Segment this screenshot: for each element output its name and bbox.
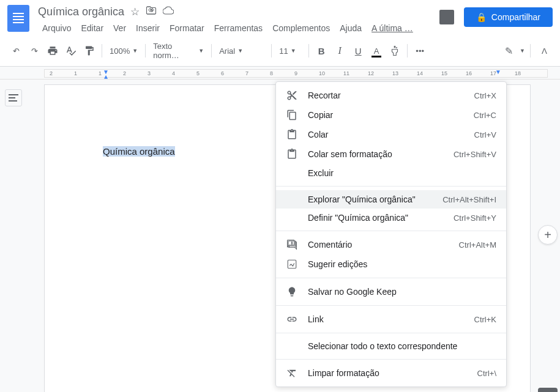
zoom-dropdown[interactable]: 100% ▼ [106, 44, 141, 58]
comments-icon[interactable] [439, 10, 454, 24]
last-edit-link[interactable]: A última … [367, 21, 417, 35]
suggest-icon [286, 259, 298, 270]
paint-format-button[interactable] [81, 42, 98, 59]
context-item-shortcut: Ctrl+Shift+V [454, 150, 496, 159]
context-item-shortcut: Ctrl+K [474, 315, 496, 324]
print-button[interactable] [44, 42, 61, 59]
ruler-tick: 4 [172, 70, 175, 76]
editing-mode-button[interactable]: ✎ [500, 42, 517, 59]
context-item-label: Copiar [308, 110, 474, 120]
move-folder-icon[interactable] [146, 5, 157, 19]
context-item[interactable]: CopiarCtrl+C [276, 105, 506, 125]
fontsize-dropdown[interactable]: 11 ▼ [275, 44, 305, 58]
context-item-shortcut: Ctrl+C [474, 111, 496, 120]
ruler-tick: 11 [343, 70, 349, 76]
ruler-tick: 17 [490, 70, 496, 76]
redo-button[interactable]: ↷ [26, 42, 43, 59]
docs-logo[interactable] [7, 5, 29, 32]
caret-down-icon: ▼ [291, 48, 296, 54]
context-item-label: Sugerir edições [308, 259, 496, 269]
context-item[interactable]: RecortarCtrl+X [276, 86, 506, 105]
ruler-tick: 8 [270, 70, 273, 76]
font-dropdown[interactable]: Arial ▼ [215, 44, 267, 58]
menu-edit[interactable]: Editar [77, 21, 108, 35]
context-item-shortcut: Ctrl+Alt+M [459, 240, 496, 250]
outline-toggle[interactable] [5, 89, 22, 106]
ruler-tick: 2 [123, 70, 126, 76]
context-item-label: Colar sem formatação [308, 149, 454, 159]
menu-help[interactable]: Ajuda [335, 21, 366, 35]
caret-down-icon: ▼ [198, 48, 204, 54]
cut-icon [286, 90, 298, 101]
context-item[interactable]: Excluir [276, 164, 506, 182]
menu-view[interactable]: Ver [109, 21, 130, 35]
ruler-tick: 1 [74, 70, 77, 76]
share-label: Compartilhar [491, 12, 540, 22]
ruler[interactable]: ▼ ▼ ▼ 21123456789101112131415161718 [44, 69, 548, 78]
context-item-label: Excluir [308, 168, 496, 178]
underline-button[interactable]: U [349, 42, 367, 59]
explore-fab[interactable]: ✦ [538, 388, 558, 392]
context-item-shortcut: Ctrl+Shift+Y [454, 213, 496, 223]
menu-file[interactable]: Arquivo [38, 21, 75, 35]
caret-down-icon: ▼ [132, 48, 138, 54]
link-icon [286, 314, 298, 325]
paste-icon [286, 129, 298, 140]
share-button[interactable]: 🔒 Compartilhar [464, 7, 553, 27]
context-item-shortcut: Ctrl+V [474, 130, 496, 139]
undo-button[interactable]: ↶ [7, 42, 24, 59]
lock-icon: 🔒 [476, 12, 487, 22]
context-menu: RecortarCtrl+XCopiarCtrl+CColarCtrl+VCol… [275, 81, 507, 387]
ruler-tick: 5 [196, 70, 200, 76]
menu-format[interactable]: Formatar [165, 21, 209, 35]
text-color-button[interactable]: A [368, 42, 385, 59]
caret-down-icon: ▼ [520, 48, 525, 54]
context-item[interactable]: Definir "Química orgânica"Ctrl+Shift+Y [276, 209, 506, 227]
context-item[interactable]: LinkCtrl+K [276, 309, 506, 329]
menu-tools[interactable]: Ferramentas [210, 21, 267, 35]
context-item[interactable]: ComentárioCtrl+Alt+M [276, 235, 506, 254]
context-separator [276, 186, 506, 187]
context-item[interactable]: Limpar formataçãoCtrl+\ [276, 363, 506, 383]
context-item[interactable]: Selecionar todo o texto correspondente [276, 337, 506, 355]
ruler-tick: 3 [147, 70, 151, 76]
keep-icon [286, 286, 298, 297]
menu-bar: Arquivo Editar Ver Inserir Formatar Ferr… [38, 21, 439, 35]
comment-icon [286, 239, 298, 250]
ruler-tick: 14 [417, 70, 423, 76]
context-item-label: Recortar [308, 91, 474, 100]
add-comment-fab[interactable]: + [538, 225, 558, 245]
copy-icon [286, 109, 298, 120]
selected-text[interactable]: Química orgânica [103, 146, 175, 157]
document-title[interactable]: Química orgânica [38, 6, 124, 18]
spellcheck-button[interactable] [62, 42, 80, 59]
clear-icon [286, 368, 298, 379]
star-icon[interactable]: ☆ [130, 6, 140, 18]
context-item-label: Link [308, 314, 474, 324]
context-item[interactable]: Explorar "Química orgânica"Ctrl+Alt+Shif… [276, 190, 506, 209]
ruler-tick: 10 [319, 70, 325, 76]
context-item-shortcut: Ctrl+Alt+Shift+I [442, 195, 496, 204]
context-item[interactable]: ColarCtrl+V [276, 125, 506, 144]
ruler-tick: 18 [515, 70, 521, 76]
svg-rect-1 [288, 260, 296, 268]
context-item-label: Definir "Química orgânica" [308, 213, 454, 223]
cloud-status-icon[interactable] [163, 5, 174, 19]
ruler-tick: 1 [99, 70, 102, 76]
menu-insert[interactable]: Inserir [132, 21, 164, 35]
style-dropdown[interactable]: Texto norm… ▼ [149, 39, 207, 62]
context-separator [276, 231, 506, 231]
context-item-shortcut: Ctrl+\ [477, 369, 496, 378]
more-button[interactable]: ••• [411, 42, 428, 59]
ruler-tick: 6 [221, 70, 224, 76]
highlight-button[interactable] [386, 42, 403, 59]
italic-button[interactable]: I [331, 42, 348, 59]
context-item[interactable]: Colar sem formataçãoCtrl+Shift+V [276, 144, 506, 164]
collapse-toolbar-button[interactable]: ᐱ [536, 42, 553, 59]
context-separator [276, 305, 506, 306]
context-item[interactable]: Salvar no Google Keep [276, 282, 506, 301]
bold-button[interactable]: B [313, 42, 330, 59]
context-item-label: Comentário [308, 240, 459, 250]
context-item[interactable]: Sugerir edições [276, 254, 506, 274]
menu-addons[interactable]: Complementos [268, 21, 334, 35]
